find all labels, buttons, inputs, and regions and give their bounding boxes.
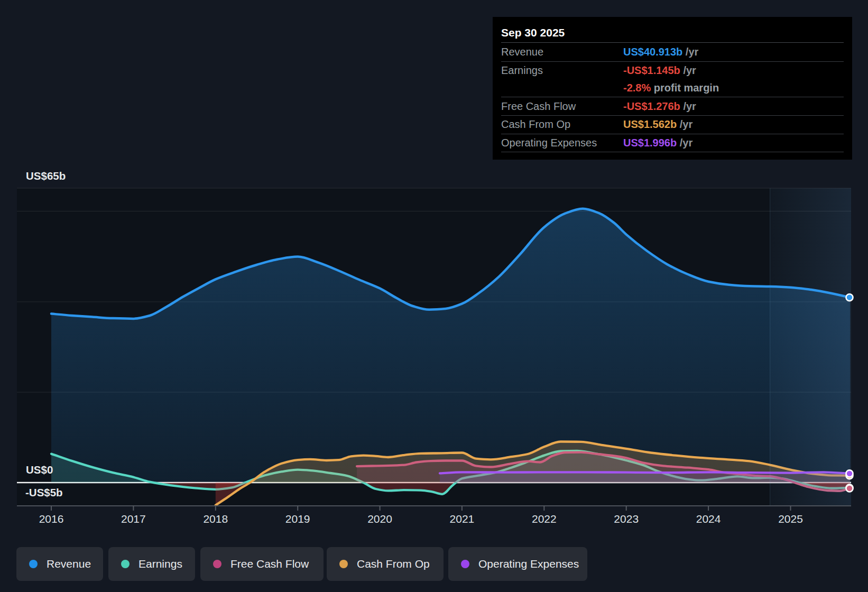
svg-text:2022: 2022 xyxy=(532,513,557,525)
svg-text:-US$5b: -US$5b xyxy=(25,486,63,498)
svg-text:2018: 2018 xyxy=(203,513,228,525)
svg-text:2021: 2021 xyxy=(450,513,475,525)
svg-text:2017: 2017 xyxy=(121,513,146,525)
svg-text:2024: 2024 xyxy=(696,513,721,525)
svg-text:2019: 2019 xyxy=(285,513,310,525)
svg-text:2023: 2023 xyxy=(614,513,639,525)
svg-text:US$65b: US$65b xyxy=(26,170,66,182)
svg-text:2016: 2016 xyxy=(39,513,64,525)
svg-text:US$0: US$0 xyxy=(26,464,53,476)
svg-text:2025: 2025 xyxy=(778,513,803,525)
svg-text:2020: 2020 xyxy=(367,513,392,525)
